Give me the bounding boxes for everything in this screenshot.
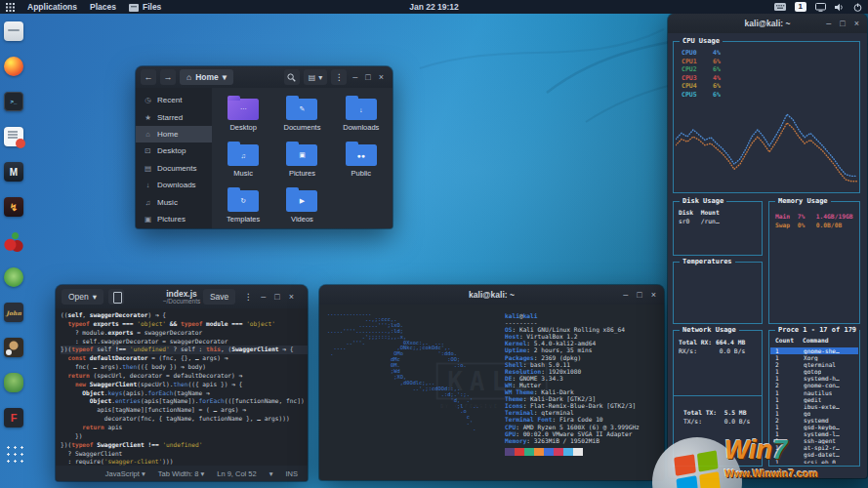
- folder-documents[interactable]: ✎Documents: [274, 95, 329, 132]
- folder-pictures[interactable]: ▣Pictures: [274, 141, 329, 178]
- activities-grid-icon[interactable]: [6, 3, 15, 12]
- process-row[interactable]: 1gnome-she…: [770, 347, 858, 354]
- process-row[interactable]: 1gotop: [770, 368, 858, 375]
- disk-row[interactable]: sr0 /run…: [679, 218, 720, 224]
- clock[interactable]: Jan 22 19:12: [409, 2, 459, 12]
- code-line[interactable]: ? SwaggerClient: [61, 450, 308, 459]
- new-document-button[interactable]: [108, 289, 124, 305]
- firefox-icon[interactable]: [4, 57, 23, 76]
- sidebar-item-downloads[interactable]: ↓Downloads: [136, 177, 212, 193]
- sidebar-item-home[interactable]: ⌂Home: [136, 126, 212, 142]
- process-row[interactable]: 1gedit: [770, 396, 858, 403]
- process-row[interactable]: 1ssh-agent: [770, 437, 858, 444]
- minimize-button[interactable]: –: [261, 293, 266, 302]
- folder-desktop[interactable]: ⋯Desktop: [216, 95, 270, 132]
- cherrytree-icon[interactable]: [4, 232, 23, 252]
- text-editor-icon[interactable]: [4, 127, 23, 146]
- power-icon[interactable]: [853, 3, 862, 12]
- code-line[interactable]: const defaultDecorator = (fnc, {}, … arg…: [61, 354, 308, 363]
- volume-icon[interactable]: [835, 3, 845, 12]
- process-row[interactable]: 2systemd: [770, 417, 858, 424]
- cursor-position[interactable]: Ln 9, Col 52: [217, 469, 256, 478]
- workspace-indicator[interactable]: 1: [795, 2, 806, 12]
- sidebar-item-recent[interactable]: ◷Recent: [136, 92, 212, 108]
- faraday-icon[interactable]: F: [4, 408, 23, 427]
- code-line[interactable]: Object.keys(apis).forEach(tagName ⇒: [61, 389, 308, 398]
- chevron-down-icon[interactable]: ▾: [269, 469, 273, 478]
- code-line[interactable]: new SwaggerClient(specUrl).then(({ apis …: [61, 381, 308, 389]
- minimize-button[interactable]: –: [623, 291, 628, 300]
- process-row[interactable]: 1nautilus: [770, 389, 858, 396]
- folder-music[interactable]: ♫Music: [216, 141, 270, 178]
- back-button[interactable]: ←: [141, 69, 156, 85]
- maximize-button[interactable]: □: [274, 293, 279, 302]
- sidebar-item-desktop[interactable]: ⊡Desktop: [136, 142, 212, 159]
- metasploit-icon[interactable]: M: [4, 162, 23, 182]
- maximize-button[interactable]: □: [365, 73, 370, 82]
- code-line[interactable]: ((self, swaggerDecorator) ⇒ {: [61, 311, 308, 320]
- john-the-ripper-icon[interactable]: John: [4, 303, 23, 322]
- code-line[interactable]: ? module.exports = swaggerDecorator: [61, 329, 308, 338]
- code-line[interactable]: return apis: [61, 424, 308, 432]
- menu-kebab-button[interactable]: ⋮: [331, 69, 347, 85]
- view-options-button[interactable]: ▤ ▾: [304, 69, 328, 85]
- code-line[interactable]: apis[tagName][functionName] = ( … args) …: [61, 406, 308, 415]
- menu-kebab-button[interactable]: ⋮: [240, 289, 256, 305]
- code-line[interactable]: })(typeof self !== 'undefined' ? self : …: [61, 346, 308, 354]
- menu-applications[interactable]: Applications: [27, 2, 77, 12]
- process-row[interactable]: 2gnome-con…: [770, 382, 858, 388]
- sidebar-item-starred[interactable]: ★Starred: [136, 108, 212, 125]
- close-button[interactable]: ×: [651, 291, 656, 300]
- tab-width-selector[interactable]: Tab Width: 8 ▾: [158, 469, 205, 478]
- display-icon[interactable]: [815, 3, 826, 12]
- editor-code[interactable]: ((self, swaggerDecorator) ⇒ { typeof exp…: [56, 308, 308, 466]
- folder-templates[interactable]: ↻Templates: [216, 186, 270, 224]
- code-line[interactable]: }): [61, 432, 308, 441]
- exploitdb-icon[interactable]: ↯: [4, 197, 23, 217]
- process-row[interactable]: 1Xorg: [770, 354, 858, 361]
- process-row[interactable]: 1systemd-h…: [770, 375, 858, 382]
- file-manager-icon[interactable]: [4, 21, 23, 41]
- language-selector[interactable]: JavaScript ▾: [105, 469, 145, 478]
- path-bar-button[interactable]: ⌂ Home ▾: [180, 69, 233, 85]
- process-row[interactable]: 1at-spi2-r…: [770, 444, 858, 451]
- sidebar-item-music[interactable]: ♫Music: [136, 193, 212, 210]
- process-row[interactable]: 1gsd-keybo…: [770, 424, 858, 430]
- process-row[interactable]: 1scsi_eh_0: [770, 459, 858, 465]
- process-row[interactable]: 1gsd-datet…: [770, 451, 858, 458]
- code-line[interactable]: Object.entries(apis[tagName]).forEach(([…: [61, 397, 308, 406]
- folder-downloads[interactable]: ↓Downloads: [334, 95, 389, 132]
- folder-public[interactable]: ●●Public: [334, 141, 389, 178]
- code-line[interactable]: })(typeof SwaggerClient !== 'undefined': [61, 441, 308, 450]
- ettercap-icon[interactable]: [4, 373, 23, 392]
- minimize-button[interactable]: –: [352, 73, 357, 82]
- close-button[interactable]: ×: [289, 293, 294, 302]
- aircrack-ng-icon[interactable]: [4, 338, 23, 357]
- save-button[interactable]: Save: [203, 289, 235, 305]
- zenmap-icon[interactable]: [4, 267, 23, 287]
- keyboard-indicator-icon[interactable]: [774, 3, 786, 11]
- code-line[interactable]: typeof exports === 'object' && typeof mo…: [61, 320, 308, 329]
- code-line[interactable]: : require('swagger-client'))): [61, 458, 308, 466]
- menu-files[interactable]: Files: [129, 2, 161, 12]
- show-applications-icon[interactable]: [4, 443, 24, 464]
- minimize-button[interactable]: –: [826, 20, 831, 28]
- close-button[interactable]: ×: [379, 73, 384, 82]
- search-button[interactable]: [284, 69, 300, 85]
- folder-videos[interactable]: ▶Videos: [274, 186, 329, 224]
- terminal-icon[interactable]: >_: [4, 92, 23, 111]
- code-line[interactable]: return (specUrl, decorator = defaultDeco…: [61, 372, 308, 381]
- menu-places[interactable]: Places: [90, 2, 116, 12]
- code-line[interactable]: decorator(fnc, { tagName, functionName }…: [61, 415, 308, 424]
- process-row[interactable]: 1systemd-l…: [770, 430, 858, 437]
- process-row[interactable]: 1ibus-exte…: [770, 403, 858, 410]
- sidebar-item-documents[interactable]: ▤Documents: [136, 160, 212, 177]
- process-row[interactable]: 2qterminal: [770, 361, 858, 368]
- terminal-body[interactable]: KALI BY OFFENSIVE SECURITY .............…: [319, 305, 664, 480]
- code-line[interactable]: fnc( … args).then(({ body }) ⇒ body): [61, 363, 308, 372]
- process-row[interactable]: 1go: [770, 410, 858, 417]
- open-button[interactable]: Open ▾: [62, 289, 103, 305]
- sidebar-item-pictures[interactable]: ▣Pictures: [136, 211, 212, 227]
- close-button[interactable]: ×: [854, 20, 859, 28]
- forward-button[interactable]: →: [160, 69, 176, 85]
